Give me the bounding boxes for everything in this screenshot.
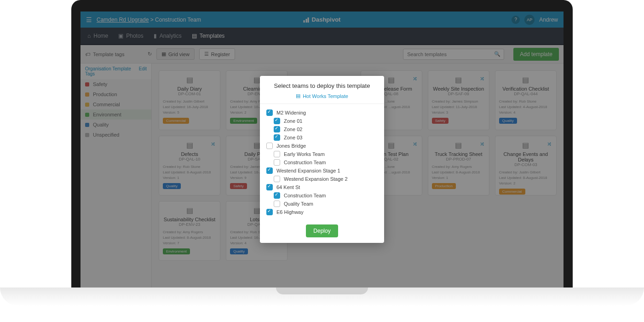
tree-label: Quality Team bbox=[284, 201, 313, 207]
tree-label: Construction Team bbox=[284, 193, 326, 198]
modal-title: Select teams to deploy this template bbox=[260, 76, 384, 93]
checkbox[interactable] bbox=[274, 151, 280, 157]
modal-template-link[interactable]: ▤ Hot Works Template bbox=[260, 93, 384, 104]
checkbox[interactable] bbox=[266, 167, 273, 174]
tree-label: Jones Bridge bbox=[276, 143, 306, 149]
tree-item[interactable]: Construction Team bbox=[266, 191, 378, 200]
laptop-frame: ☰ Camden Rd Upgrade > Construction Team … bbox=[71, 0, 573, 294]
tree-item[interactable]: E6 Highway bbox=[266, 208, 378, 216]
tree-label: E6 Highway bbox=[276, 209, 304, 215]
tree-item[interactable]: Jones Bridge bbox=[266, 142, 378, 150]
checkbox[interactable] bbox=[266, 109, 273, 116]
tree-item[interactable]: Early Works Team bbox=[266, 150, 378, 158]
tree-label: M2 Widening bbox=[276, 110, 306, 115]
tree-item[interactable]: Zone 01 bbox=[266, 117, 378, 125]
deploy-modal: Select teams to deploy this template ▤ H… bbox=[260, 76, 384, 243]
tree-item[interactable]: Zone 03 bbox=[266, 133, 378, 142]
tree-label: Westend Expansion Stage 2 bbox=[284, 176, 348, 182]
tree-item[interactable]: 64 Kent St bbox=[266, 183, 378, 191]
tree-label: Zone 02 bbox=[284, 126, 302, 132]
tree-item[interactable]: Construction Team bbox=[266, 158, 378, 167]
checkbox[interactable] bbox=[266, 209, 273, 215]
file-icon: ▤ bbox=[296, 93, 300, 99]
tree-label: Early Works Team bbox=[284, 151, 325, 157]
tree-label: 64 Kent St bbox=[276, 184, 300, 190]
deploy-button[interactable]: Deploy bbox=[306, 224, 338, 237]
laptop-notch bbox=[276, 288, 368, 294]
checkbox[interactable] bbox=[266, 143, 273, 149]
tree-label: Westend Expansion Stage 1 bbox=[276, 168, 340, 173]
tree-label: Construction Team bbox=[284, 160, 326, 165]
checkbox[interactable] bbox=[274, 176, 280, 182]
checkbox[interactable] bbox=[274, 159, 280, 166]
tree-item[interactable]: Westend Expansion Stage 2 bbox=[266, 175, 378, 183]
checkbox[interactable] bbox=[274, 134, 280, 141]
tree-item[interactable]: Quality Team bbox=[266, 200, 378, 208]
tree-item[interactable]: Zone 02 bbox=[266, 125, 378, 133]
app-screen: ☰ Camden Rd Upgrade > Construction Team … bbox=[80, 12, 564, 288]
team-tree: M2 WideningZone 01Zone 02Zone 03Jones Br… bbox=[260, 104, 384, 221]
checkbox[interactable] bbox=[274, 126, 280, 132]
checkbox[interactable] bbox=[274, 118, 280, 124]
tree-label: Zone 03 bbox=[284, 135, 302, 140]
tree-item[interactable]: M2 Widening bbox=[266, 109, 378, 117]
checkbox[interactable] bbox=[274, 201, 280, 207]
checkbox[interactable] bbox=[274, 192, 280, 199]
tree-item[interactable]: Westend Expansion Stage 1 bbox=[266, 167, 378, 175]
checkbox[interactable] bbox=[266, 184, 273, 190]
tree-label: Zone 01 bbox=[284, 118, 302, 124]
